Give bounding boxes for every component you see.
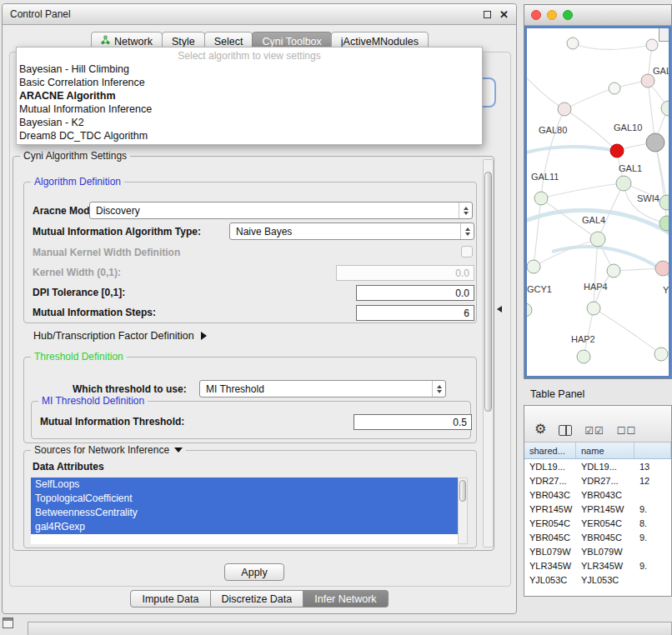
kernel-width-label: Kernel Width (0,1): — [33, 267, 121, 278]
dpi-tolerance-field[interactable]: 0.0 — [356, 285, 474, 301]
birdseye-toggle-icon[interactable] — [659, 28, 669, 42]
network-canvas[interactable]: GAL7GAL80GAL10GAL11GAL1SWI4GAL4GCY1HAP4H… — [524, 26, 671, 378]
mac-minimize-icon[interactable] — [547, 10, 557, 20]
network-node[interactable] — [577, 350, 590, 363]
apply-button[interactable]: Apply — [224, 563, 284, 581]
network-node[interactable] — [616, 176, 631, 191]
network-node[interactable] — [609, 82, 620, 94]
settings-scrollbar-thumb[interactable] — [484, 172, 492, 412]
bottom-tab-infer-network[interactable]: Infer Network — [303, 590, 388, 608]
mi-steps-field[interactable]: 6 — [356, 305, 474, 321]
network-node[interactable] — [567, 38, 579, 49]
bottom-panel-edge — [28, 622, 672, 635]
table-row[interactable]: YPR145WYPR145W9. — [524, 502, 671, 516]
kernel-width-field[interactable]: 0.0 — [336, 265, 474, 281]
sources-group-title[interactable]: Sources for Network Inference — [31, 444, 186, 456]
attribute-item-selfloops[interactable]: SelfLoops — [31, 478, 458, 492]
columns-icon[interactable] — [559, 425, 572, 436]
manual-kernel-checkbox[interactable] — [461, 246, 473, 258]
table-row[interactable]: YBR043CYBR043C — [524, 488, 671, 502]
table-panel: ⚙ ☑☑ ☐☐ shared...name YDL19...YDL19...13… — [524, 405, 672, 597]
network-node[interactable] — [655, 261, 669, 276]
algorithm-option-aracne-algorithm[interactable]: ARACNE Algorithm — [17, 89, 482, 102]
network-node[interactable] — [661, 101, 669, 116]
column-header[interactable] — [634, 442, 671, 458]
mac-zoom-icon[interactable] — [563, 10, 573, 20]
control-panel-titlebar[interactable]: Control Panel ✕ — [3, 4, 516, 25]
algorithm-dropdown-popup: Select algorithm to view settings Bayesi… — [16, 47, 483, 145]
network-node[interactable] — [607, 264, 620, 278]
table-cell: YPR145W — [524, 502, 576, 516]
network-node[interactable] — [527, 303, 532, 317]
expander-expanded-icon — [174, 448, 183, 452]
table-row[interactable]: YBR045CYBR045C9. — [524, 530, 671, 544]
mac-close-icon[interactable] — [531, 10, 541, 20]
table-cell: YER054C — [524, 516, 576, 530]
algorithm-definition-group: Algorithm Definition Aracne Mode: Discov… — [23, 182, 477, 323]
settings-scrollbar[interactable] — [483, 159, 494, 548]
algorithm-option-basic-correlation-inference[interactable]: Basic Correlation Inference — [17, 76, 482, 89]
select-all-icon[interactable]: ☑☑ — [584, 426, 604, 436]
table-cell: 9. — [634, 530, 671, 544]
table-row[interactable]: YLR345WYLR345W9. — [524, 558, 671, 572]
which-threshold-value: MI Threshold — [206, 383, 264, 395]
network-node[interactable] — [646, 39, 658, 51]
table-cell: YDL19... — [576, 459, 634, 473]
network-node[interactable] — [641, 74, 654, 88]
tab-label: Style — [172, 36, 195, 48]
deselect-all-icon[interactable]: ☐☐ — [617, 426, 637, 436]
attribute-item-topologicalcoefficient[interactable]: TopologicalCoefficient — [31, 492, 458, 506]
network-node[interactable] — [646, 133, 664, 152]
combo-stepper-icon — [459, 202, 472, 218]
table-cell: YJL053C — [524, 572, 576, 587]
control-panel-window: Control Panel ✕ NetworkStyleSelectCyni T… — [2, 3, 517, 614]
table-cell — [634, 488, 671, 502]
table-row[interactable]: YDL19...YDL19...13 — [524, 459, 671, 473]
algorithm-option-dream8-dc-tdc-algorithm[interactable]: Dream8 DC_TDC Algorithm — [17, 129, 482, 142]
network-node[interactable] — [527, 260, 540, 273]
table-cell: YPR145W — [576, 502, 634, 516]
table-row[interactable]: YJL053CYJL053C — [524, 572, 671, 587]
attribute-item-betweennesscentrality[interactable]: BetweennessCentrality — [31, 506, 458, 520]
algorithm-option-bayesian-k2[interactable]: Bayesian - K2 — [17, 116, 482, 129]
gear-icon[interactable]: ⚙ — [534, 422, 546, 436]
network-window-titlebar[interactable] — [524, 5, 671, 26]
which-threshold-combobox[interactable]: MI Threshold — [199, 380, 446, 398]
network-node[interactable] — [590, 232, 605, 247]
tab-label: Network — [114, 36, 153, 48]
network-node[interactable] — [654, 348, 668, 361]
network-node[interactable] — [587, 302, 600, 315]
network-node[interactable] — [659, 195, 669, 210]
mi-type-combobox[interactable]: Naive Bayes — [229, 222, 474, 240]
table-cell: YBR045C — [524, 530, 576, 544]
combo-stepper-icon — [460, 223, 474, 239]
float-window-icon[interactable] — [484, 11, 491, 18]
panel-collapse-arrow[interactable] — [497, 306, 502, 312]
table-row[interactable]: YDR27...YDR27...12 — [524, 473, 671, 488]
table-cell: YBR045C — [576, 530, 634, 544]
bottom-tab-discretize-data[interactable]: Discretize Data — [211, 590, 304, 608]
table-cell: YER054C — [576, 516, 634, 530]
aracne-mode-value: Discovery — [96, 205, 140, 217]
dpi-tolerance-label: DPI Tolerance [0,1]: — [33, 287, 125, 298]
column-header[interactable]: name — [576, 442, 634, 458]
aracne-mode-combobox[interactable]: Discovery — [89, 202, 473, 219]
table-row[interactable]: YER054CYER054C8. — [524, 516, 671, 530]
panel-restore-icon[interactable] — [3, 618, 13, 628]
bottom-tab-impute-data[interactable]: Impute Data — [130, 590, 210, 608]
close-icon[interactable]: ✕ — [499, 9, 509, 20]
table-row[interactable]: YBL079WYBL079W — [524, 544, 671, 558]
network-node[interactable] — [610, 144, 624, 158]
network-node[interactable] — [558, 102, 571, 116]
algorithm-option-bayesian-hill-climbing[interactable]: Bayesian - Hill Climbing — [17, 62, 482, 76]
mi-threshold-field[interactable]: 0.5 — [354, 414, 472, 430]
column-header[interactable]: shared... — [524, 442, 576, 458]
tab-label: Cyni Toolbox — [262, 36, 321, 48]
attribute-item-gal4rgexp[interactable]: gal4RGexp — [31, 520, 458, 534]
attribute-list-scrollbar[interactable] — [458, 478, 468, 544]
network-node[interactable] — [534, 192, 548, 205]
algorithm-option-mutual-information-inference[interactable]: Mutual Information Inference — [17, 102, 482, 116]
table-cell: 9. — [634, 502, 671, 516]
table-cell — [634, 544, 671, 558]
hub-definition-expander[interactable]: Hub/Transcription Factor Definition — [33, 330, 207, 342]
